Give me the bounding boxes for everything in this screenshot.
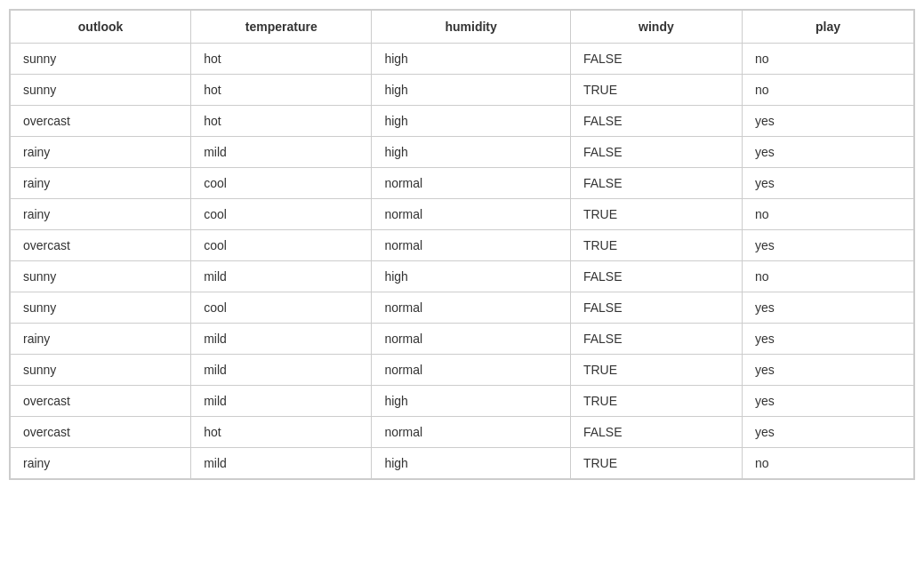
cell-windy: FALSE (570, 106, 742, 137)
cell-play: no (742, 261, 913, 292)
cell-windy: FALSE (570, 292, 742, 324)
table-row: sunnymildnormalTRUEyes (11, 355, 914, 386)
cell-play: yes (742, 355, 913, 386)
cell-windy: FALSE (570, 417, 742, 448)
cell-outlook: overcast (11, 417, 191, 448)
cell-outlook: sunny (11, 44, 191, 75)
cell-windy: TRUE (570, 230, 742, 261)
cell-play: yes (742, 292, 913, 324)
cell-outlook: rainy (11, 137, 191, 168)
cell-windy: FALSE (570, 324, 742, 355)
cell-humidity: normal (372, 324, 571, 355)
cell-play: yes (742, 324, 913, 355)
cell-temperature: cool (191, 168, 372, 199)
table-row: overcasthotnormalFALSEyes (11, 417, 914, 448)
col-header-outlook: outlook (11, 11, 191, 44)
cell-play: yes (742, 417, 913, 448)
cell-humidity: high (372, 44, 571, 75)
cell-temperature: mild (191, 261, 372, 292)
cell-temperature: mild (191, 386, 372, 417)
cell-humidity: normal (372, 168, 571, 199)
cell-outlook: overcast (11, 230, 191, 261)
cell-play: yes (742, 168, 913, 199)
table-row: rainymildhighFALSEyes (11, 137, 914, 168)
cell-temperature: hot (191, 44, 372, 75)
cell-outlook: sunny (11, 292, 191, 324)
table-row: rainymildhighTRUEno (11, 448, 914, 479)
cell-temperature: cool (191, 199, 372, 230)
cell-outlook: rainy (11, 199, 191, 230)
table-row: rainycoolnormalFALSEyes (11, 168, 914, 199)
cell-play: yes (742, 386, 913, 417)
cell-play: no (742, 199, 913, 230)
cell-outlook: overcast (11, 106, 191, 137)
cell-temperature: hot (191, 106, 372, 137)
table-row: sunnyhothighFALSEno (11, 44, 914, 75)
col-header-windy: windy (570, 11, 742, 44)
cell-temperature: cool (191, 230, 372, 261)
cell-humidity: high (372, 75, 571, 106)
data-table-container: outlook temperature humidity windy play … (9, 9, 915, 480)
cell-outlook: sunny (11, 75, 191, 106)
cell-outlook: sunny (11, 261, 191, 292)
cell-outlook: rainy (11, 448, 191, 479)
table-row: overcastmildhighTRUEyes (11, 386, 914, 417)
cell-play: yes (742, 137, 913, 168)
table-row: sunnycoolnormalFALSEyes (11, 292, 914, 324)
col-header-temperature: temperature (191, 11, 372, 44)
cell-play: no (742, 448, 913, 479)
cell-humidity: high (372, 106, 571, 137)
cell-outlook: sunny (11, 355, 191, 386)
cell-humidity: normal (372, 417, 571, 448)
cell-temperature: mild (191, 324, 372, 355)
data-table: outlook temperature humidity windy play … (10, 10, 914, 479)
cell-outlook: rainy (11, 324, 191, 355)
cell-windy: FALSE (570, 261, 742, 292)
cell-humidity: high (372, 261, 571, 292)
table-body: sunnyhothighFALSEnosunnyhothighTRUEnoove… (11, 44, 914, 479)
cell-play: no (742, 44, 913, 75)
cell-windy: TRUE (570, 386, 742, 417)
cell-humidity: normal (372, 230, 571, 261)
header-row: outlook temperature humidity windy play (11, 11, 914, 44)
cell-windy: FALSE (570, 137, 742, 168)
cell-humidity: high (372, 386, 571, 417)
cell-windy: TRUE (570, 355, 742, 386)
cell-humidity: normal (372, 355, 571, 386)
cell-humidity: high (372, 137, 571, 168)
cell-humidity: high (372, 448, 571, 479)
cell-temperature: hot (191, 417, 372, 448)
cell-temperature: cool (191, 292, 372, 324)
cell-play: no (742, 75, 913, 106)
cell-temperature: hot (191, 75, 372, 106)
cell-windy: TRUE (570, 199, 742, 230)
table-row: overcasthothighFALSEyes (11, 106, 914, 137)
table-row: rainymildnormalFALSEyes (11, 324, 914, 355)
cell-windy: TRUE (570, 448, 742, 479)
col-header-humidity: humidity (372, 11, 571, 44)
cell-play: yes (742, 106, 913, 137)
cell-temperature: mild (191, 355, 372, 386)
cell-humidity: normal (372, 292, 571, 324)
table-header: outlook temperature humidity windy play (11, 11, 914, 44)
table-row: sunnyhothighTRUEno (11, 75, 914, 106)
col-header-play: play (742, 11, 913, 44)
cell-windy: TRUE (570, 75, 742, 106)
cell-temperature: mild (191, 137, 372, 168)
cell-windy: FALSE (570, 168, 742, 199)
cell-play: yes (742, 230, 913, 261)
cell-outlook: rainy (11, 168, 191, 199)
cell-outlook: overcast (11, 386, 191, 417)
table-row: sunnymildhighFALSEno (11, 261, 914, 292)
table-row: overcastcoolnormalTRUEyes (11, 230, 914, 261)
cell-windy: FALSE (570, 44, 742, 75)
cell-temperature: mild (191, 448, 372, 479)
table-row: rainycoolnormalTRUEno (11, 199, 914, 230)
cell-humidity: normal (372, 199, 571, 230)
